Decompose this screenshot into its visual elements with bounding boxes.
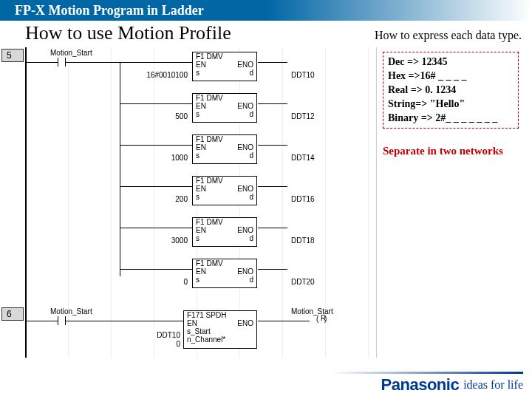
legend-hex: Hex =>16# _ _ _ _ bbox=[388, 69, 514, 83]
dmv-out-4: DDT18 bbox=[291, 236, 315, 245]
header-title: FP-X Motion Program in Ladder bbox=[15, 3, 204, 18]
rung-number-6: 6 bbox=[1, 307, 24, 321]
legend-string: String=> "Hello" bbox=[388, 98, 514, 112]
ladder-diagram: 5 6 Motion_Start 16#0010100 F1 DMV ENENO… bbox=[0, 47, 377, 358]
dmv-block-4[interactable]: F1 DMV ENENO sd bbox=[192, 217, 257, 247]
dmv-out-2: DDT14 bbox=[291, 154, 315, 162]
page-title: How to use Motion Profile bbox=[25, 22, 231, 44]
dmv-in-2: 1000 bbox=[114, 154, 188, 162]
dmv-in-4: 3000 bbox=[114, 236, 188, 245]
separator-note: Separate in two networks bbox=[383, 145, 519, 157]
motion-start-contact-6[interactable] bbox=[50, 310, 72, 325]
legend-binary: Binary => 2#_ _ _ _ _ _ _ bbox=[388, 112, 514, 126]
dmv-out-0: DDT10 bbox=[291, 71, 315, 79]
footer: Panasonic ideas for life bbox=[381, 375, 523, 395]
page-header: FP-X Motion Program in Ladder bbox=[0, 0, 532, 21]
content-area: 5 6 Motion_Start 16#0010100 F1 DMV ENENO… bbox=[0, 44, 532, 358]
dmv-block-1[interactable]: F1 DMV ENENO sd bbox=[192, 93, 257, 123]
brand-tagline: ideas for life bbox=[463, 378, 523, 392]
spdh-in1-val: DDT10 bbox=[114, 331, 180, 339]
datatype-legend: Dec => 12345 Hex =>16# _ _ _ _ Real => 0… bbox=[383, 52, 519, 129]
dmv-in-1: 500 bbox=[114, 112, 188, 120]
side-panel: Dec => 12345 Hex =>16# _ _ _ _ Real => 0… bbox=[377, 47, 525, 358]
title-row: How to use Motion Profile How to express… bbox=[0, 21, 532, 44]
dmv-out-5: DDT20 bbox=[291, 278, 315, 286]
dmv-out-3: DDT16 bbox=[291, 195, 315, 203]
brand-logo: Panasonic bbox=[381, 375, 460, 395]
spdh-in2-val: 0 bbox=[114, 340, 180, 348]
dmv-in-3: 200 bbox=[114, 195, 188, 203]
dmv-block-3[interactable]: F1 DMV ENENO sd bbox=[192, 176, 257, 205]
page-subtitle: How to express each data type. bbox=[375, 29, 522, 42]
dmv-block-2[interactable]: F1 DMV ENENO sd bbox=[192, 134, 257, 164]
motion-start-contact[interactable] bbox=[50, 52, 72, 66]
dmv-in-0: 16#0010100 bbox=[114, 71, 188, 79]
rung-number-5: 5 bbox=[1, 49, 24, 62]
legend-real: Real => 0. 1234 bbox=[388, 83, 514, 98]
reset-coil[interactable]: (R) bbox=[312, 316, 334, 325]
spdh-block[interactable]: F171 SPDH ENENO s_Start n_Channel* bbox=[183, 310, 257, 349]
dmv-in-5: 0 bbox=[114, 278, 188, 286]
legend-dec: Dec => 12345 bbox=[388, 55, 514, 69]
dmv-block-5[interactable]: F1 DMV ENENO sd bbox=[192, 259, 257, 288]
footer-rule bbox=[331, 372, 523, 374]
left-rail bbox=[25, 47, 27, 358]
dmv-out-1: DDT12 bbox=[291, 112, 315, 120]
dmv-block-0[interactable]: F1 DMV ENENO sd bbox=[192, 52, 257, 81]
